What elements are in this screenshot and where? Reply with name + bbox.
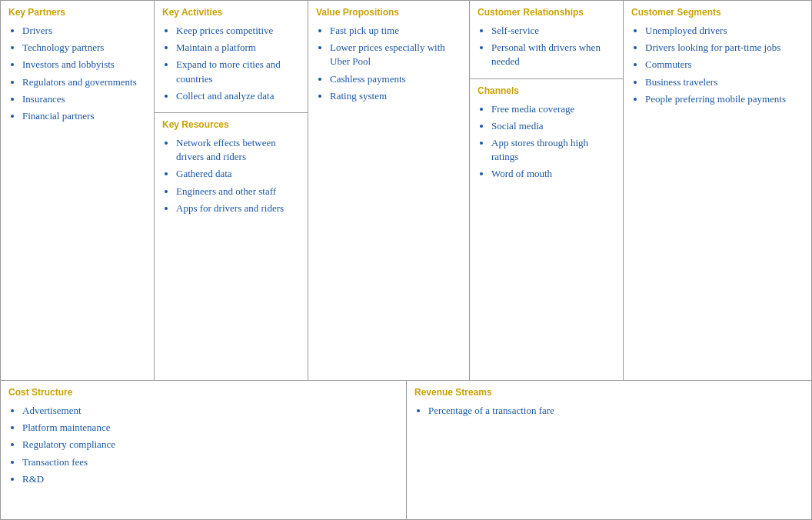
list-item: R&D: [22, 472, 398, 486]
customer-relationships-title: Customer Relationships: [478, 7, 615, 18]
customer-segments-cell: Customer Segments Unemployed drivers Dri…: [624, 1, 811, 380]
list-item: Platform maintenance: [22, 421, 398, 435]
list-item: Gathered data: [176, 167, 300, 181]
list-item: Cashless payments: [330, 72, 461, 86]
list-item: Self-service: [491, 24, 615, 38]
bottom-section: Cost Structure Advertisement Platform ma…: [1, 381, 811, 519]
list-item: Expand to more cities and countries: [176, 58, 300, 85]
list-item: Regulators and governments: [22, 75, 146, 89]
list-item: Keep prices competitive: [176, 24, 300, 38]
customer-relationships-list: Self-service Personal with drivers when …: [478, 24, 615, 69]
key-activities-title: Key Activities: [162, 7, 300, 18]
list-item: Drivers: [22, 24, 146, 38]
list-item: Advertisement: [22, 404, 398, 418]
key-activities-cell: Key Activities Keep prices competitive M…: [155, 1, 308, 113]
list-item: Personal with drivers when needed: [491, 41, 615, 68]
list-item: Drivers looking for part-time jobs: [645, 41, 804, 55]
list-item: Transaction fees: [22, 455, 398, 469]
list-item: Percentage of a transaction fare: [428, 404, 804, 418]
cost-structure-title: Cost Structure: [8, 387, 398, 398]
revenue-streams-cell: Revenue Streams Percentage of a transact…: [407, 381, 811, 519]
list-item: Fast pick up time: [330, 24, 461, 38]
key-partners-title: Key Partners: [8, 7, 146, 18]
customer-segments-title: Customer Segments: [631, 7, 804, 18]
top-section: Key Partners Drivers Technology partners…: [1, 1, 811, 381]
list-item: Regulatory compliance: [22, 438, 398, 452]
customer-relationships-cell: Customer Relationships Self-service Pers…: [470, 1, 623, 79]
value-propositions-list: Fast pick up time Lower prices especiall…: [316, 24, 461, 106]
list-item: Investors and lobbyists: [22, 58, 146, 72]
list-item: Word of mouth: [491, 167, 615, 181]
list-item: Business travelers: [645, 75, 804, 89]
key-resources-cell: Key Resources Network effects between dr…: [155, 113, 308, 380]
list-item: Network effects between drivers and ride…: [176, 136, 300, 164]
customer-segments-list: Unemployed drivers Drivers looking for p…: [631, 24, 804, 109]
key-activities-list: Keep prices competitive Maintain a platf…: [162, 24, 300, 103]
list-item: Social media: [491, 119, 615, 133]
list-item: Technology partners: [22, 41, 146, 55]
list-item: Maintain a platform: [176, 41, 300, 55]
list-item: Insurances: [22, 92, 146, 106]
key-partners-cell: Key Partners Drivers Technology partners…: [1, 1, 155, 380]
list-item: People preferring mobile payments: [645, 92, 804, 106]
key-partners-list: Drivers Technology partners Investors an…: [8, 24, 146, 126]
revenue-streams-list: Percentage of a transaction fare: [414, 404, 804, 421]
channels-cell: Channels Free media coverage Social medi…: [470, 79, 623, 380]
list-item: Financial partners: [22, 109, 146, 123]
revenue-streams-title: Revenue Streams: [414, 387, 804, 398]
list-item: Rating system: [330, 89, 461, 103]
list-item: Lower prices especially with Uber Pool: [330, 41, 461, 68]
value-propositions-cell: Value Propositions Fast pick up time Low…: [308, 1, 470, 380]
list-item: Commuters: [645, 58, 804, 72]
list-item: Apps for drivers and riders: [176, 202, 300, 215]
list-item: Free media coverage: [491, 102, 615, 116]
key-activities-column: Key Activities Keep prices competitive M…: [155, 1, 308, 380]
list-item: Unemployed drivers: [645, 24, 804, 38]
value-propositions-title: Value Propositions: [316, 7, 461, 18]
key-resources-title: Key Resources: [162, 119, 300, 130]
key-resources-list: Network effects between drivers and ride…: [162, 136, 300, 215]
channels-title: Channels: [478, 85, 615, 96]
channels-list: Free media coverage Social media App sto…: [478, 102, 615, 182]
business-model-canvas: Key Partners Drivers Technology partners…: [0, 0, 812, 520]
cost-structure-list: Advertisement Platform maintenance Regul…: [8, 404, 398, 489]
list-item: Engineers and other staff: [176, 185, 300, 198]
list-item: App stores through high ratings: [491, 136, 615, 164]
list-item: Collect and analyze data: [176, 89, 300, 103]
cr-channels-column: Customer Relationships Self-service Pers…: [470, 1, 624, 380]
cost-structure-cell: Cost Structure Advertisement Platform ma…: [1, 381, 407, 519]
